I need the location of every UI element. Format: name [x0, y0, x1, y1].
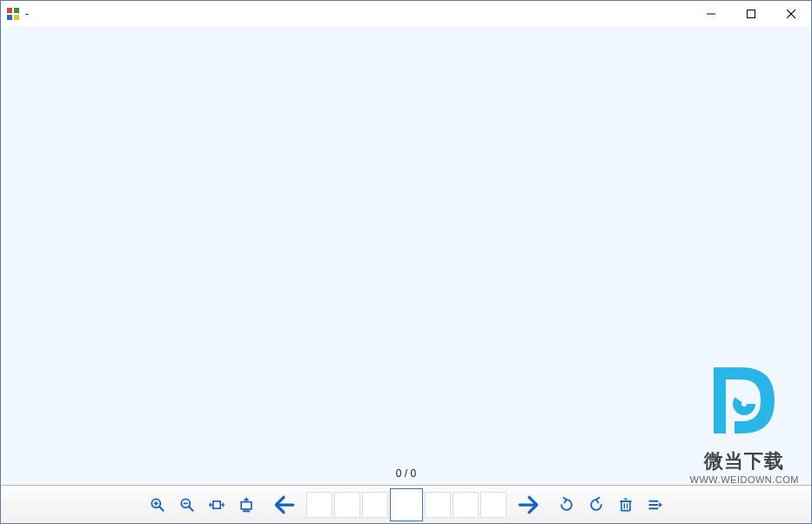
- thumbnail-slot[interactable]: [334, 492, 360, 518]
- rotate-right-icon: [587, 496, 605, 514]
- delete-button[interactable]: [611, 490, 641, 520]
- window-title: -: [25, 8, 29, 20]
- actual-size-icon: [208, 496, 225, 514]
- watermark: 微当下载 WWW.WEIDOWN.COM: [690, 360, 799, 485]
- arrow-right-icon: [517, 494, 540, 516]
- thumbnail-slot[interactable]: [425, 492, 451, 518]
- rotate-left-button[interactable]: [552, 490, 581, 520]
- svg-point-8: [737, 397, 751, 411]
- fullscreen-button[interactable]: [232, 490, 261, 520]
- arrow-left-icon: [273, 494, 296, 516]
- previous-button[interactable]: [270, 490, 299, 520]
- svg-rect-0: [7, 8, 12, 13]
- fullscreen-icon: [238, 496, 255, 514]
- bottom-toolbar: [1, 485, 811, 523]
- watermark-url: WWW.WEIDOWN.COM: [690, 474, 799, 485]
- thumbnail-slot[interactable]: [480, 492, 507, 518]
- watermark-text: 微当下载: [690, 448, 799, 474]
- rotate-right-button[interactable]: [581, 490, 611, 520]
- svg-rect-2: [7, 15, 12, 20]
- zoom-in-button[interactable]: [143, 490, 172, 520]
- rotate-left-icon: [558, 496, 575, 514]
- next-button[interactable]: [513, 490, 543, 520]
- minimize-button[interactable]: [691, 1, 731, 27]
- actual-size-button[interactable]: [202, 490, 232, 520]
- app-icon: [6, 7, 20, 21]
- close-button[interactable]: [771, 1, 811, 27]
- image-viewport: 0 / 0 微当下载 WWW.WEIDOWN.COM: [1, 27, 811, 485]
- svg-line-14: [189, 507, 193, 511]
- more-button[interactable]: [641, 490, 670, 520]
- thumbnail-strip: [306, 488, 507, 521]
- edit-group: [552, 490, 670, 520]
- maximize-button[interactable]: [731, 1, 771, 27]
- svg-rect-5: [748, 10, 755, 18]
- zoom-out-button[interactable]: [172, 490, 202, 520]
- trash-icon: [617, 496, 634, 514]
- thumbnail-slot[interactable]: [362, 492, 388, 518]
- svg-rect-26: [621, 500, 630, 510]
- app-window: - 0 / 0 微当下载 WWW.WEIDOWN.COM: [0, 0, 812, 524]
- svg-line-10: [159, 507, 164, 511]
- zoom-out-icon: [178, 496, 196, 514]
- zoom-group: [143, 490, 261, 520]
- thumbnail-current[interactable]: [390, 488, 423, 521]
- menu-icon: [647, 496, 664, 514]
- svg-rect-19: [241, 501, 252, 508]
- titlebar: -: [1, 1, 811, 27]
- svg-rect-3: [14, 15, 19, 20]
- zoom-in-icon: [149, 496, 166, 514]
- svg-rect-1: [14, 8, 19, 13]
- image-counter: 0 / 0: [396, 467, 416, 480]
- thumbnail-slot[interactable]: [306, 492, 332, 518]
- thumbnail-slot[interactable]: [453, 492, 479, 518]
- svg-rect-16: [212, 500, 219, 507]
